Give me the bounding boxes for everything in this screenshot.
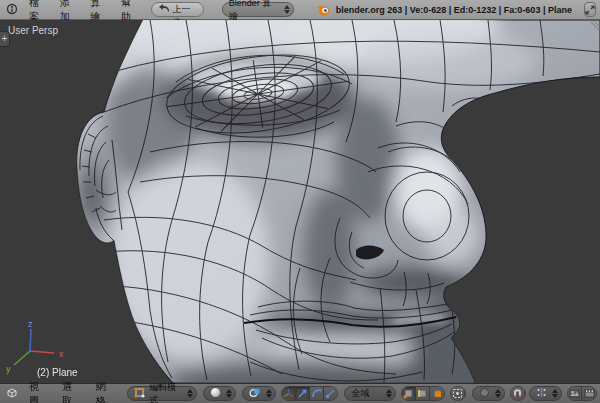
blender-logo-icon xyxy=(316,4,330,16)
manipulator-group xyxy=(281,386,339,401)
info-editor-icon xyxy=(6,1,18,19)
head-mesh-render xyxy=(0,20,600,383)
opengl-render-anim-icon xyxy=(584,386,595,401)
pivot-center-icon xyxy=(249,387,261,400)
select-mode-group xyxy=(401,386,445,401)
snap-magnet-icon xyxy=(512,386,523,401)
dropdown-arrows-icon xyxy=(266,389,272,398)
editmode-icon xyxy=(134,387,145,400)
view-name-label: User Persp xyxy=(8,25,58,36)
menu-view[interactable]: 視圖 xyxy=(21,380,54,403)
snap-magnet-button[interactable] xyxy=(511,387,525,400)
scale-manipulator-button[interactable] xyxy=(324,387,338,400)
view3d-header: 視圖 選取 網格 編輯模式 xyxy=(0,383,600,403)
axis-y-label: y xyxy=(6,364,11,374)
snap-toggle-wrap xyxy=(510,386,526,401)
maximize-area-icon xyxy=(585,1,595,19)
opengl-render-group xyxy=(567,386,597,401)
occlude-geometry-wrap xyxy=(450,386,466,401)
viewport-shading-icon xyxy=(210,387,221,400)
face-select-button[interactable] xyxy=(430,387,444,400)
orientation-select-value: 全域 xyxy=(351,387,369,400)
occlude-geometry-button[interactable] xyxy=(451,387,465,400)
mode-select-value: 編輯模式 xyxy=(149,381,176,403)
rotate-manipulator-icon xyxy=(311,386,322,401)
occlude-geometry-icon xyxy=(452,386,463,401)
manipulator-toggle-button[interactable] xyxy=(282,387,296,400)
blender-window: 檔案 添加 算繪 幫助 返回上一步 Blender 算繪 blender.org… xyxy=(0,0,600,403)
pivot-point-select[interactable] xyxy=(242,386,276,401)
toolshelf-expand-tab[interactable]: + xyxy=(0,31,10,47)
menu-mesh[interactable]: 網格 xyxy=(88,380,121,403)
edge-select-button[interactable] xyxy=(416,387,430,400)
menu-select[interactable]: 選取 xyxy=(54,380,87,403)
edge-select-icon xyxy=(417,386,428,401)
snap-element-select[interactable] xyxy=(529,386,562,401)
info-header: 檔案 添加 算繪 幫助 返回上一步 Blender 算繪 blender.org… xyxy=(0,0,600,20)
vertex-select-button[interactable] xyxy=(402,387,416,400)
dropdown-arrows-icon xyxy=(187,389,193,398)
dropdown-arrows-icon xyxy=(226,389,232,398)
dropdown-arrows-icon xyxy=(284,5,290,14)
rotate-manipulator-button[interactable] xyxy=(310,387,324,400)
editor-type-3dview-button[interactable] xyxy=(5,387,19,401)
dropdown-arrows-icon xyxy=(386,389,392,398)
snap-increment-icon xyxy=(536,387,547,400)
axis-z-label: z xyxy=(28,319,33,329)
back-one-step-button[interactable]: 返回上一步 xyxy=(151,2,204,17)
dropdown-arrows-icon xyxy=(495,389,501,398)
back-icon xyxy=(159,4,170,15)
transform-orientation-select[interactable]: 全域 xyxy=(344,386,396,401)
vertex-select-icon xyxy=(403,386,414,401)
editor-type-button[interactable] xyxy=(6,3,18,17)
proportional-edit-select[interactable] xyxy=(472,386,505,401)
axis-x-label: x xyxy=(59,349,64,359)
translate-manipulator-icon xyxy=(297,386,308,401)
proportional-edit-icon xyxy=(479,387,490,400)
scene-statistics: blender.org 263 | Ve:0-628 | Ed:0-1232 |… xyxy=(336,5,572,15)
translate-manipulator-button[interactable] xyxy=(296,387,310,400)
editor-type-3dview-icon xyxy=(6,385,18,403)
dropdown-arrows-icon xyxy=(552,389,558,398)
opengl-render-image-button[interactable] xyxy=(568,387,582,400)
manipulator-axis-icon xyxy=(283,386,294,401)
scale-manipulator-icon xyxy=(325,386,336,401)
active-object-label: (2) Plane xyxy=(37,367,78,378)
face-select-icon xyxy=(432,386,443,401)
maximize-area-button[interactable] xyxy=(584,2,596,17)
opengl-render-anim-button[interactable] xyxy=(582,387,596,400)
viewport-3d[interactable]: User Persp + x z y (2) Plane xyxy=(0,20,600,383)
interaction-mode-select[interactable]: 編輯模式 xyxy=(127,386,196,401)
area-corner-grip-icon[interactable] xyxy=(587,21,600,34)
render-engine-select[interactable]: Blender 算繪 xyxy=(222,2,294,17)
viewport-shading-select[interactable] xyxy=(203,386,236,401)
opengl-render-image-icon xyxy=(569,386,580,401)
